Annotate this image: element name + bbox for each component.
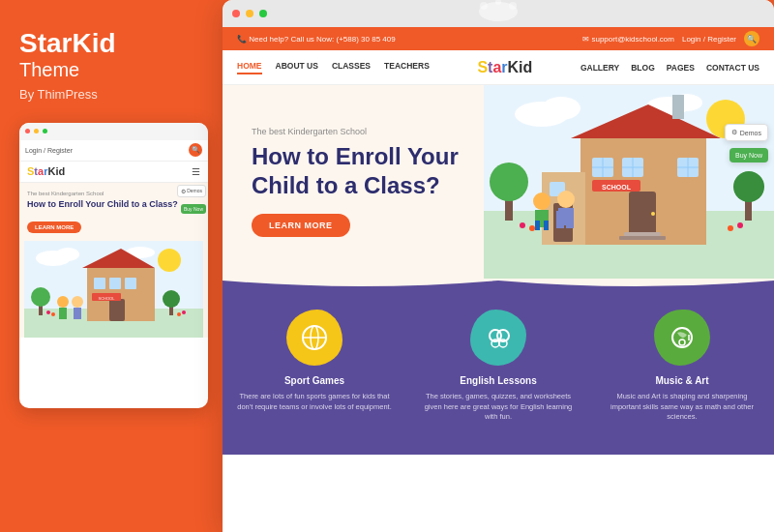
topbar-phone: 📞 Need help? Call us Now: (+588) 30 85 4… bbox=[237, 35, 396, 44]
browser-dot-red bbox=[232, 10, 240, 17]
svg-text:SCHOOL: SCHOOL bbox=[602, 184, 632, 191]
sport-blob bbox=[286, 310, 342, 366]
svg-point-19 bbox=[31, 287, 50, 307]
english-blob bbox=[470, 310, 526, 366]
svg-point-66 bbox=[533, 192, 551, 210]
hero-tagline: The best Kindergarten School bbox=[252, 127, 459, 136]
svg-rect-11 bbox=[125, 278, 136, 289]
svg-point-82 bbox=[679, 340, 685, 345]
brand-subtitle: Theme bbox=[19, 59, 79, 81]
svg-point-23 bbox=[51, 312, 55, 316]
nav-link-about[interactable]: ABOUT US bbox=[276, 61, 318, 74]
right-panel: 📞 Need help? Call us Now: (+588) 30 85 4… bbox=[223, 0, 774, 532]
site-hero: The best Kindergarten School How to Enro… bbox=[223, 85, 774, 279]
svg-point-21 bbox=[163, 290, 180, 308]
svg-rect-54 bbox=[619, 236, 666, 240]
feature-sport-title: Sport Games bbox=[284, 375, 344, 386]
svg-point-33 bbox=[542, 97, 580, 120]
svg-rect-69 bbox=[544, 221, 549, 230]
mobile-header-bar: Login / Register 🔍 bbox=[19, 140, 208, 162]
left-panel: StarKid Theme By ThimPress Login / Regis… bbox=[0, 0, 223, 532]
site-logo[interactable]: StarKid bbox=[477, 59, 532, 76]
site-topbar: 📞 Need help? Call us Now: (+588) 30 85 4… bbox=[223, 27, 774, 50]
buy-button[interactable]: Buy Now bbox=[729, 148, 768, 163]
nav-link-blog[interactable]: BLOG bbox=[631, 63, 655, 73]
svg-rect-39 bbox=[672, 95, 684, 119]
svg-point-62 bbox=[520, 222, 525, 228]
topbar-email: ✉ support@kidschool.com bbox=[582, 35, 674, 44]
svg-point-64 bbox=[728, 225, 733, 231]
mobile-dot-red bbox=[25, 129, 30, 133]
svg-point-65 bbox=[737, 222, 743, 228]
site-features: Sport Games There are lots of fun sports… bbox=[223, 290, 774, 455]
svg-point-59 bbox=[490, 163, 528, 201]
feature-english-title: English Lessons bbox=[460, 375, 536, 386]
feature-sport-desc: There are lots of fun sports games for k… bbox=[237, 392, 392, 412]
svg-point-63 bbox=[529, 225, 535, 231]
demos-button[interactable]: ⚙ Demos bbox=[725, 124, 768, 141]
browser-dot-yellow bbox=[246, 10, 253, 17]
svg-point-1 bbox=[158, 249, 181, 272]
svg-rect-68 bbox=[535, 221, 540, 230]
svg-point-61 bbox=[733, 171, 764, 202]
feature-sport: Sport Games There are lots of fun sports… bbox=[223, 290, 406, 427]
svg-point-14 bbox=[57, 296, 69, 308]
mobile-buy-button[interactable]: Buy Now bbox=[181, 204, 206, 214]
feature-music: Music & Art Music and Art is shaping and… bbox=[590, 290, 774, 437]
svg-point-24 bbox=[177, 312, 181, 316]
mobile-top-bar bbox=[19, 123, 208, 140]
svg-rect-72 bbox=[556, 211, 564, 228]
nav-links-right: GALLERY BLOG PAGES CONTACT US bbox=[580, 63, 759, 73]
mobile-demos-button[interactable]: ⚙ Demos bbox=[177, 185, 206, 197]
feature-music-title: Music & Art bbox=[655, 375, 708, 386]
svg-rect-9 bbox=[94, 278, 105, 289]
svg-point-3 bbox=[56, 248, 79, 261]
svg-rect-10 bbox=[109, 278, 121, 289]
gear-icon: ⚙ bbox=[731, 129, 737, 136]
svg-rect-8 bbox=[109, 299, 125, 321]
hero-button[interactable]: LEARN MORE bbox=[252, 214, 350, 237]
mobile-frame: Login / Register 🔍 StarKid ☰ The best Ki… bbox=[19, 123, 208, 408]
svg-point-70 bbox=[557, 191, 575, 208]
feature-music-desc: Music and Art is shaping and sharpening … bbox=[605, 392, 759, 423]
mobile-dot-yellow bbox=[34, 129, 39, 133]
site-nav: HOME ABOUT US CLASSES TEACHERS StarKid G… bbox=[223, 50, 774, 85]
mobile-content: Login / Register 🔍 StarKid ☰ The best Ki… bbox=[19, 140, 208, 339]
topbar-search-icon[interactable]: 🔍 bbox=[744, 31, 759, 46]
hero-text: The best Kindergarten School How to Enro… bbox=[252, 127, 459, 237]
wave-separator bbox=[223, 279, 774, 290]
svg-point-16 bbox=[72, 296, 83, 308]
topbar-right: ✉ support@kidschool.com Login / Register… bbox=[582, 31, 759, 46]
nav-link-contact[interactable]: CONTACT US bbox=[706, 63, 759, 73]
hero-image: SCHOOL bbox=[484, 85, 774, 279]
topbar-login[interactable]: Login / Register bbox=[682, 35, 736, 44]
svg-rect-17 bbox=[74, 308, 81, 319]
mobile-login[interactable]: Login / Register bbox=[25, 147, 73, 154]
mobile-dot-green bbox=[43, 129, 47, 133]
svg-rect-73 bbox=[566, 211, 574, 228]
mobile-logo: StarKid bbox=[27, 165, 65, 177]
svg-point-25 bbox=[182, 310, 186, 314]
nav-link-teachers[interactable]: TEACHERS bbox=[384, 61, 430, 74]
mobile-hero-tagline: The best Kindergarten School bbox=[27, 191, 200, 196]
svg-rect-15 bbox=[59, 308, 67, 319]
browser-dot-green bbox=[259, 10, 267, 17]
mobile-illustration: SCHOOL bbox=[19, 241, 208, 338]
music-blob bbox=[654, 310, 710, 366]
mobile-hero: The best Kindergarten School How to Enro… bbox=[19, 183, 208, 242]
mobile-nav-bar: StarKid ☰ bbox=[19, 162, 208, 183]
nav-link-classes[interactable]: CLASSES bbox=[332, 61, 371, 74]
mobile-hamburger[interactable]: ☰ bbox=[192, 166, 200, 177]
svg-rect-53 bbox=[624, 232, 661, 236]
nav-link-gallery[interactable]: GALLERY bbox=[580, 63, 619, 73]
nav-link-home[interactable]: HOME bbox=[237, 61, 262, 74]
feature-english-desc: The stories, games, quizzes, and workshe… bbox=[421, 392, 576, 423]
mobile-learn-button[interactable]: LEARN MORE bbox=[27, 222, 81, 233]
svg-point-41 bbox=[651, 212, 655, 216]
svg-point-22 bbox=[46, 310, 50, 314]
topbar-left: 📞 Need help? Call us Now: (+588) 30 85 4… bbox=[237, 35, 396, 44]
website: 📞 Need help? Call us Now: (+588) 30 85 4… bbox=[223, 27, 774, 532]
nav-links-left: HOME ABOUT US CLASSES TEACHERS bbox=[237, 61, 430, 74]
nav-link-pages[interactable]: PAGES bbox=[667, 63, 695, 73]
brand-by: By ThimPress bbox=[19, 87, 98, 102]
